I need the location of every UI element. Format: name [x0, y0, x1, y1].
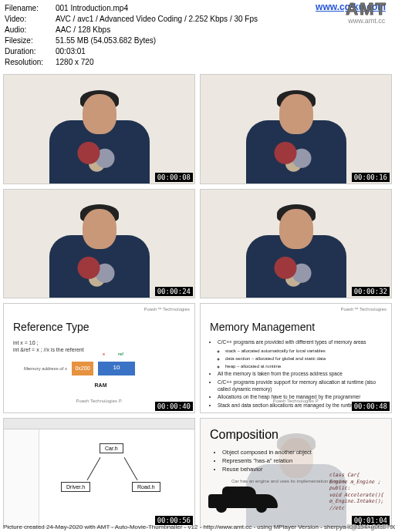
thumb-5[interactable]: Poash™ Technologies Reference Type int x… — [3, 303, 195, 413]
timestamp: 00:00:48 — [352, 402, 390, 411]
sub-bullet: heap – allocated at runtime — [225, 363, 385, 369]
logo-small: www.amt.cc — [346, 17, 387, 25]
value-video: AVC / avc1 / Advanced Video Coding / 2.2… — [56, 14, 390, 25]
code-line: int &ref = x ; //x is the referent — [13, 346, 188, 353]
value-resolution: 1280 x 720 — [56, 57, 390, 68]
code-block: class Car{ Engine m_Engine ; public: voi… — [329, 472, 383, 511]
thumb-4[interactable]: 00:00:32 — [200, 189, 392, 299]
value-duration: 00:03:01 — [56, 46, 390, 57]
row-resolution: Resolution: 1280 x 720 — [5, 57, 390, 68]
label-audio: Audio: — [5, 25, 56, 35]
timestamp: 00:00:32 — [352, 287, 390, 296]
label-video: Video: — [5, 14, 56, 25]
footer-text: Picture created 24-May-2020 with AMT - A… — [3, 524, 395, 530]
bullet: All the memory is taken from the process… — [218, 371, 385, 378]
value-filesize: 51.55 MB (54.053.682 Bytes) — [56, 35, 390, 46]
bullet: Represents "has-a" relation — [222, 456, 312, 465]
thumbnail-grid: 00:00:08 00:00:16 00:00:24 00:00:32 Poas… — [0, 72, 395, 527]
row-duration: Duration: 00:03:01 — [5, 46, 390, 57]
sub-bullet: data section – allocated for global and … — [225, 355, 385, 362]
timestamp: 00:00:16 — [352, 173, 390, 182]
ram-label: RAM — [13, 382, 188, 389]
mem-label: Memory address of x — [13, 365, 67, 372]
node-road: Road.h — [132, 482, 160, 492]
row-audio: Audio: AAC / 128 Kbps — [5, 25, 390, 35]
slide-title: Reference Type — [13, 321, 89, 333]
ide-main: Car.h Driver.h Road.h — [39, 429, 194, 527]
addr-box: 0x200 — [72, 362, 93, 375]
bullet: Object composed in another object — [222, 448, 312, 456]
timestamp: 00:00:40 — [155, 402, 193, 411]
thumb-6[interactable]: Poash™ Technologies Memory Management C/… — [200, 303, 392, 413]
tag-ref: ref — [118, 351, 123, 357]
ide-titlebar — [4, 419, 194, 429]
value-audio: AAC / 128 Kbps — [56, 25, 390, 35]
bullet: C/C++ programs are provided with differe… — [218, 339, 385, 346]
node-car: Car.h — [100, 443, 123, 453]
watermark-logo: AMT www.amt.cc — [346, 2, 387, 25]
ide-sidepane — [4, 429, 39, 527]
label-duration: Duration: — [5, 46, 56, 57]
sub-bullet: stack – allocated automatically for loca… — [225, 348, 385, 354]
slide-brand: Poash™ Technologies — [143, 307, 190, 311]
slide-title: Composition — [210, 428, 279, 442]
thumb-1[interactable]: 00:00:08 — [3, 74, 195, 184]
val-box: 10 — [98, 362, 135, 375]
bullet: Reuse behavior — [222, 465, 312, 473]
thumb-3[interactable]: 00:00:24 — [3, 189, 195, 299]
label-filesize: Filesize: — [5, 35, 56, 46]
bullet: C/C++ programs provide support for memor… — [218, 379, 385, 393]
node-driver: Driver.h — [61, 482, 90, 492]
timestamp: 00:00:08 — [155, 173, 193, 182]
code-line: int x = 10 ; — [13, 339, 188, 346]
label-resolution: Resolution: — [5, 57, 56, 68]
slide-brand: Poash™ Technologies — [340, 307, 387, 311]
tag-x: x — [103, 351, 105, 357]
thumb-8[interactable]: Composition Object composed in another o… — [200, 418, 392, 528]
row-filesize: Filesize: 51.55 MB (54.053.682 Bytes) — [5, 35, 390, 46]
timestamp: 00:00:24 — [155, 287, 193, 296]
footer: Picture created 24-May-2020 with AMT - A… — [0, 522, 395, 532]
footer-watermark: cg-ku.com — [346, 522, 389, 530]
slide-title: Memory Management — [210, 321, 315, 333]
car-icon — [208, 487, 278, 513]
label-filename: Filename: — [5, 3, 56, 14]
thumb-7[interactable]: Car.h Driver.h Road.h 00:00:56 — [3, 418, 195, 528]
header: www.cg-ku.com AMT www.amt.cc Filename: 0… — [0, 0, 395, 72]
thumb-2[interactable]: 00:00:16 — [200, 74, 392, 184]
logo-big: AMT — [346, 2, 387, 17]
row-video: Video: AVC / avc1 / Advanced Video Codin… — [5, 14, 390, 25]
